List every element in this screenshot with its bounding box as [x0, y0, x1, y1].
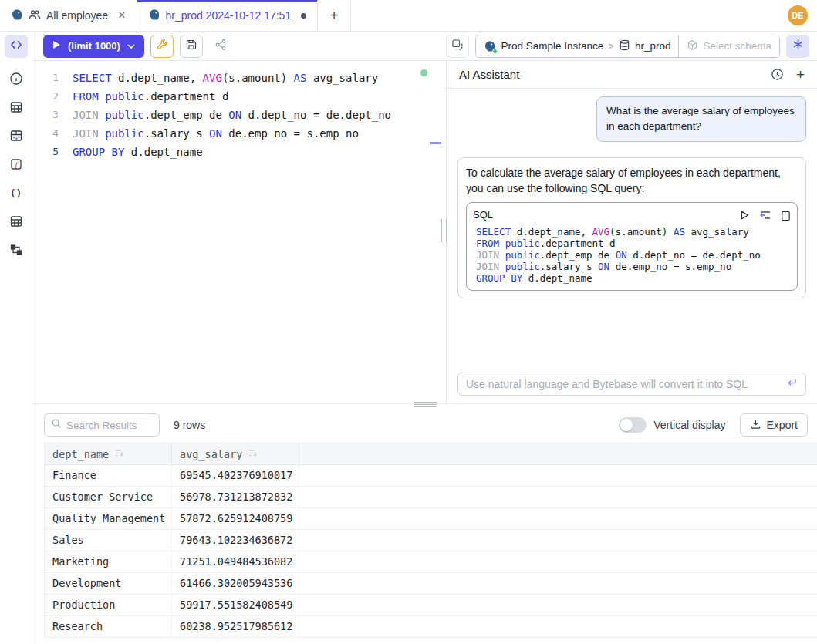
cell-avg-salary[interactable]: 71251.049484536082: [172, 551, 299, 572]
vertical-display-toggle[interactable]: [619, 417, 647, 433]
vertical-display-label: Vertical display: [653, 419, 725, 431]
cell-dept-name[interactable]: Quality Management: [45, 508, 172, 529]
cell-avg-salary[interactable]: 69545.402376910017: [172, 465, 299, 486]
play-icon: [52, 40, 61, 52]
cell-dept-name[interactable]: Development: [45, 573, 172, 594]
table-row[interactable]: Finance69545.402376910017: [45, 465, 817, 487]
cell-avg-salary[interactable]: 59917.551582408549: [172, 595, 299, 615]
cell-dept-name[interactable]: Research: [45, 616, 172, 637]
cell-avg-salary[interactable]: 56978.731213872832: [172, 487, 299, 507]
user-avatar[interactable]: DE: [788, 5, 808, 25]
save-sheet-button[interactable]: [180, 35, 203, 58]
cell-avg-salary[interactable]: 79643.102234636872: [172, 530, 299, 551]
share-icon: [214, 39, 227, 54]
editor-line: 4JOIN public.salary s ON de.emp_no = s.e…: [32, 124, 441, 143]
table-row[interactable]: Quality Management57872.625912408759: [45, 508, 817, 530]
cell-filler: [299, 530, 817, 551]
ai-panel-header: AI Assistant +: [447, 61, 817, 89]
batch-query-button[interactable]: [446, 35, 469, 58]
share-button[interactable]: [209, 35, 232, 58]
instance-database-selector[interactable]: Prod Sample Instance > hr_prod: [476, 35, 678, 57]
editor-line: 2FROM public.department d: [32, 87, 441, 106]
instance-name: Prod Sample Instance: [501, 40, 603, 52]
results-panel: 9 rows Vertical display Export dept_name…: [32, 406, 817, 644]
table-row[interactable]: Sales79643.102234636872: [45, 530, 817, 551]
line-number: 2: [32, 87, 59, 106]
sort-icon: [114, 448, 124, 460]
code-language-label: SQL: [473, 208, 730, 223]
database-icon: [619, 39, 630, 53]
editor-line: 3JOIN public.dept_emp de ON d.dept_no = …: [32, 106, 441, 124]
column-header-filler: [299, 443, 817, 464]
cell-avg-salary[interactable]: 57872.625912408759: [172, 508, 299, 529]
tab-bar: All employee × hr_prod 2024-10-12 17:51 …: [0, 0, 817, 32]
tab-all-employee[interactable]: All employee ×: [0, 0, 137, 31]
sidebar-item-parentheses-icon[interactable]: (): [6, 183, 26, 203]
new-tab-button[interactable]: +: [318, 0, 351, 31]
sidebar-item-schema-diagram-icon[interactable]: [6, 240, 26, 260]
sidebar-item-external-table-icon[interactable]: [6, 211, 26, 231]
toggle-knob: [620, 419, 633, 431]
ai-prompt-input[interactable]: [466, 378, 779, 390]
new-chat-button[interactable]: +: [796, 67, 805, 82]
editor-line: 5GROUP BY d.dept_name: [32, 143, 441, 161]
sql-editor[interactable]: 1SELECT d.dept_name, AVG(s.amount) AS av…: [32, 61, 441, 403]
schema-selector[interactable]: Select schema: [679, 35, 779, 57]
cell-avg-salary[interactable]: 60238.952517985612: [172, 616, 299, 637]
sidebar-item-info-icon[interactable]: [6, 69, 26, 89]
table-header-row: dept_nameavg_salary: [45, 443, 817, 465]
sidebar-item-table-data-icon[interactable]: [6, 126, 26, 146]
table-row[interactable]: Development61466.302005943536: [45, 573, 817, 595]
code-icon: [10, 39, 22, 54]
cell-dept-name[interactable]: Finance: [45, 465, 172, 486]
table-row[interactable]: Production59917.551582408549: [45, 595, 817, 616]
search-results-input[interactable]: [66, 420, 153, 431]
column-header-avg_salary[interactable]: avg_salary: [172, 443, 299, 464]
cell-filler: [299, 573, 817, 594]
sidebar-item-function-icon[interactable]: f: [6, 154, 26, 174]
close-icon[interactable]: ×: [118, 8, 125, 22]
ai-assistant-button[interactable]: [786, 35, 809, 58]
overlap-squares-icon: [451, 39, 464, 54]
tab-hr-prod[interactable]: hr_prod 2024-10-12 17:51: [137, 0, 319, 31]
cell-dept-name[interactable]: Production: [45, 595, 172, 615]
search-results-box: [44, 413, 160, 437]
row-count-label: 9 rows: [174, 419, 205, 431]
run-code-button[interactable]: [739, 210, 750, 221]
schema-placeholder: Select schema: [703, 40, 771, 52]
table-row[interactable]: Customer Service56978.731213872832: [45, 487, 817, 508]
postgres-icon: [11, 8, 23, 23]
left-sidebar: f(): [0, 32, 32, 644]
overview-ruler-mark: [430, 142, 441, 144]
format-sql-button[interactable]: [150, 35, 174, 58]
history-button[interactable]: [771, 68, 784, 81]
sql-editor-mode-button[interactable]: [5, 35, 28, 58]
panel-resize-handle-vertical[interactable]: [441, 61, 446, 403]
grip-icon: [414, 404, 437, 405]
editor-line: 1SELECT d.dept_name, AVG(s.amount) AS av…: [32, 69, 441, 87]
assistant-message: To calculate the average salary of emplo…: [457, 157, 806, 299]
cell-dept-name[interactable]: Sales: [45, 530, 172, 551]
ai-input-container: [457, 373, 806, 396]
enter-icon: [785, 377, 798, 391]
cell-avg-salary[interactable]: 61466.302005943536: [172, 573, 299, 594]
table-row[interactable]: Research60238.952517985612: [45, 616, 817, 638]
column-header-dept_name[interactable]: dept_name: [45, 443, 172, 464]
line-number: 1: [32, 69, 59, 87]
cell-dept-name[interactable]: Marketing: [45, 551, 172, 572]
table-row[interactable]: Marketing71251.049484536082: [45, 551, 817, 573]
search-icon: [51, 418, 62, 432]
panel-resize-handle-horizontal[interactable]: [32, 403, 817, 406]
export-button[interactable]: Export: [740, 413, 808, 437]
editor-toolbar: (limit 1000) Prod Sample Instance >: [32, 32, 817, 61]
openai-icon: [792, 39, 804, 53]
copy-code-button[interactable]: [781, 210, 791, 221]
download-icon: [750, 418, 761, 432]
run-query-button[interactable]: (limit 1000): [43, 35, 144, 58]
insert-into-editor-button[interactable]: [759, 210, 771, 221]
people-icon: [29, 8, 41, 23]
cell-filler: [299, 487, 817, 507]
save-icon: [185, 39, 197, 54]
sidebar-item-table-icon[interactable]: [6, 97, 26, 117]
cell-dept-name[interactable]: Customer Service: [45, 487, 172, 507]
